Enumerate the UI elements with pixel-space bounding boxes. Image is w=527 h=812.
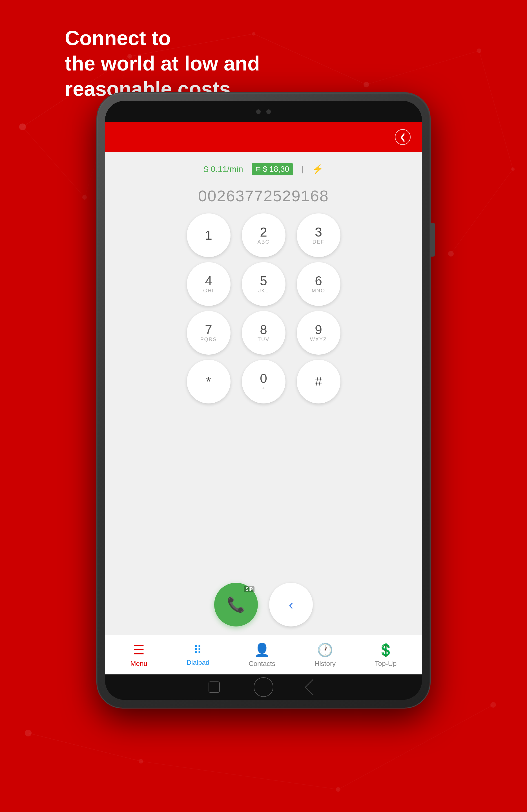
dial-num-9: 9 <box>315 323 322 336</box>
svg-point-0 <box>19 124 26 130</box>
dial-letters-5: JKL <box>258 288 268 294</box>
menu-icon: ☰ <box>133 642 145 657</box>
svg-point-4 <box>477 48 481 53</box>
hw-recent-apps-button[interactable] <box>208 681 220 693</box>
dial-num-4: 4 <box>205 274 212 287</box>
dial-button-8[interactable]: 8 TUV <box>242 311 286 355</box>
svg-line-20 <box>28 733 141 761</box>
svg-point-6 <box>82 195 87 200</box>
svg-point-8 <box>25 730 32 737</box>
camera-dot-1 <box>256 110 261 114</box>
app-body: $ 0.11/min ⊟ $ 18,30 | ⚡ 00263772529168 <box>105 152 422 675</box>
dial-num-star: * <box>206 375 211 388</box>
dial-letters-2: ABC <box>257 239 269 245</box>
dial-num-8: 8 <box>260 323 267 336</box>
tagline-line1: Connect to <box>65 25 260 51</box>
dial-button-7[interactable]: 7 PQRS <box>187 311 231 355</box>
balance-value: $ 18,30 <box>263 165 289 174</box>
dial-letters-7: PQRS <box>200 337 217 343</box>
sip-badge: SIP <box>244 586 254 592</box>
svg-point-7 <box>448 251 454 257</box>
dialpad-row-4: * 0 + # <box>187 360 340 404</box>
app-header: ❮ <box>105 122 422 152</box>
dial-num-2: 2 <box>260 226 267 238</box>
dial-button-star[interactable]: * <box>187 360 231 404</box>
call-icon: 📞 <box>227 596 245 613</box>
dial-num-1: 1 <box>205 229 212 242</box>
nav-item-history[interactable]: 🕐 History <box>309 639 341 670</box>
nav-item-menu[interactable]: ☰ Menu <box>125 639 153 670</box>
balance-icon: ⊟ <box>255 165 261 173</box>
tablet-bezel: ❮ $ 0.11/min ⊟ $ 18,30 | ⚡ <box>105 101 422 700</box>
dial-letters-3: DEF <box>312 239 324 245</box>
action-row: SIP 📞 ‹ <box>105 583 422 626</box>
tagline: Connect to the world at low and reasonab… <box>65 25 260 102</box>
nav-item-dialpad[interactable]: ⠿ Dialpad <box>181 641 215 669</box>
history-icon: 🕐 <box>317 642 333 657</box>
dialpad-row-3: 7 PQRS 8 TUV 9 WXYZ <box>187 311 340 355</box>
tagline-line2: the world at low and <box>65 51 260 76</box>
dialpad-row-2: 4 GHI 5 JKL 6 MNO <box>187 262 340 306</box>
hw-home-button[interactable] <box>254 677 273 697</box>
dial-button-0[interactable]: 0 + <box>242 360 286 404</box>
status-bar: $ 0.11/min ⊟ $ 18,30 | ⚡ <box>105 160 422 178</box>
svg-line-15 <box>366 51 479 85</box>
dial-button-1[interactable]: 1 <box>187 214 231 257</box>
nav-item-contacts[interactable]: 👤 Contacts <box>243 639 281 670</box>
topup-icon: 💲 <box>378 642 394 657</box>
dial-num-3: 3 <box>315 226 322 238</box>
svg-line-21 <box>141 761 338 789</box>
topup-label: Top-Up <box>375 660 396 668</box>
camera-dot-2 <box>266 110 271 114</box>
dial-letters-4: GHI <box>203 288 214 294</box>
tablet-screen: ❮ $ 0.11/min ⊟ $ 18,30 | ⚡ <box>105 122 422 675</box>
dial-num-7: 7 <box>205 323 212 336</box>
svg-point-11 <box>336 787 340 792</box>
dial-num-0: 0 <box>260 372 267 385</box>
nav-item-topup[interactable]: 💲 Top-Up <box>369 639 402 670</box>
svg-line-17 <box>23 127 85 197</box>
contacts-label: Contacts <box>249 660 275 668</box>
svg-point-3 <box>364 82 369 87</box>
dialpad-row-1: 1 2 ABC 3 DEF <box>187 214 340 257</box>
dial-button-4[interactable]: 4 GHI <box>187 262 231 306</box>
svg-point-9 <box>138 759 143 764</box>
dial-letters-0: + <box>262 386 265 391</box>
dial-letters-6: MNO <box>312 288 325 294</box>
backspace-button[interactable]: ‹ <box>269 583 313 626</box>
bolt-icon: ⚡ <box>312 164 323 175</box>
bottom-navigation: ☰ Menu ⠿ Dialpad 👤 Contacts 🕐 <box>105 635 422 675</box>
call-rate: $ 0.11/min <box>204 164 243 174</box>
bottom-bezel <box>105 675 422 700</box>
menu-label: Menu <box>131 660 147 668</box>
backspace-icon: ‹ <box>289 597 293 612</box>
back-icon: ❮ <box>400 132 406 142</box>
contacts-icon: 👤 <box>254 642 270 657</box>
dial-button-5[interactable]: 5 JKL <box>242 262 286 306</box>
svg-line-16 <box>479 51 513 169</box>
phone-number-display: 00263772529168 <box>105 181 422 214</box>
svg-line-14 <box>254 34 366 85</box>
call-button[interactable]: SIP 📞 <box>214 583 258 626</box>
svg-line-22 <box>338 705 493 789</box>
dial-letters-8: TUV <box>258 337 269 343</box>
dial-num-hash: # <box>315 375 322 388</box>
dial-button-3[interactable]: 3 DEF <box>297 214 340 257</box>
history-label: History <box>314 660 336 668</box>
tablet-shell: ❮ $ 0.11/min ⊟ $ 18,30 | ⚡ <box>97 93 430 708</box>
dial-button-9[interactable]: 9 WXYZ <box>297 311 340 355</box>
dialpad-nav-icon: ⠿ <box>194 643 202 656</box>
tablet-device: ❮ $ 0.11/min ⊟ $ 18,30 | ⚡ <box>97 93 430 708</box>
dialpad-nav-label: Dialpad <box>187 658 209 667</box>
dial-letters-9: WXYZ <box>310 337 327 343</box>
dial-num-5: 5 <box>260 274 267 287</box>
status-divider: | <box>302 165 304 174</box>
svg-point-10 <box>491 702 496 708</box>
back-button[interactable]: ❮ <box>395 129 411 145</box>
dial-button-6[interactable]: 6 MNO <box>297 262 340 306</box>
dial-button-2[interactable]: 2 ABC <box>242 214 286 257</box>
hw-back-button[interactable] <box>305 679 321 695</box>
dialpad: 1 2 ABC 3 DEF <box>105 214 422 578</box>
dial-button-hash[interactable]: # <box>297 360 340 404</box>
svg-point-5 <box>511 168 515 171</box>
